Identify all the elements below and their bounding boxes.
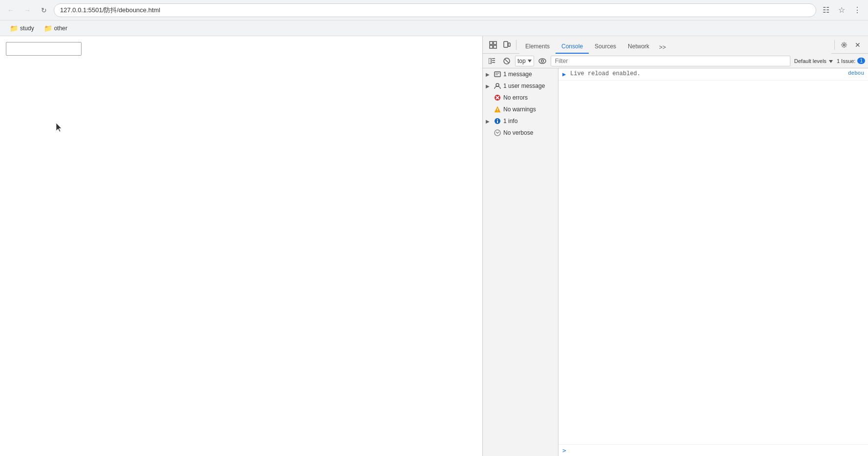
issues-text: 1 Issue:: [837, 58, 856, 64]
devtools-tabs-container: Elements Console Sources Network >>: [519, 36, 831, 54]
error-icon: [494, 94, 501, 102]
console-eye-button[interactable]: [536, 55, 549, 67]
user-messages-expand-arrow: ▶: [486, 83, 492, 89]
devtools-toolbar: Elements Console Sources Network >> ✕: [483, 36, 868, 54]
devtools-body: ▶ 1 message ▶ 1 user message: [483, 68, 868, 456]
mouse-cursor: ​: [56, 123, 64, 135]
sidebar-item-messages[interactable]: ▶ 1 message: [483, 68, 558, 80]
svg-rect-15: [495, 72, 500, 77]
log-source[interactable]: debou: [848, 70, 864, 76]
info-expand-arrow: ▶: [486, 119, 492, 124]
svg-point-26: [497, 119, 498, 120]
sidebar-item-errors[interactable]: ▶ No errors: [483, 92, 558, 104]
svg-point-23: [497, 111, 498, 112]
messages-icon: [494, 70, 501, 78]
clear-console-button[interactable]: [500, 55, 513, 67]
svg-rect-4: [504, 41, 508, 47]
context-dropdown-arrow: [528, 60, 532, 62]
warning-icon: [494, 105, 501, 113]
info-icon: [494, 117, 501, 125]
bookmark-study[interactable]: 📁 study: [6, 23, 38, 34]
address-bar-right: ☷ ☆ ⋮: [819, 3, 864, 17]
tab-network[interactable]: Network: [622, 40, 655, 54]
top-context-label: top: [517, 58, 526, 64]
messages-label: 1 message: [503, 71, 532, 78]
folder-icon-other: 📁: [44, 24, 52, 32]
sidebar-item-verbose[interactable]: ▶ No verbose: [483, 127, 558, 139]
tab-sources[interactable]: Sources: [589, 40, 622, 54]
log-entry-live-reload: ▶ Live reload enabled. debou: [558, 68, 868, 81]
verbose-label: No verbose: [503, 129, 533, 136]
console-main: ▶ Live reload enabled. debou >: [558, 68, 868, 456]
svg-point-14: [541, 60, 543, 62]
close-devtools-button[interactable]: ✕: [851, 39, 864, 51]
default-levels-button[interactable]: Default levels: [792, 58, 835, 64]
console-input-row: >: [558, 444, 868, 456]
device-toggle-button[interactable]: [500, 39, 513, 51]
warnings-label: No warnings: [503, 106, 536, 113]
browser-chrome: ← → ↻ ☷ ☆ ⋮ 📁 study 📁 other ​: [0, 0, 868, 456]
svg-point-18: [496, 83, 499, 86]
sidebar-item-user-messages[interactable]: ▶ 1 user message: [483, 80, 558, 92]
svg-point-13: [539, 59, 546, 63]
folder-icon: 📁: [10, 24, 18, 32]
back-button[interactable]: ←: [4, 3, 18, 17]
user-messages-icon: [494, 82, 501, 90]
messages-expand-arrow: ▶: [486, 72, 492, 77]
toolbar-separator-1: [516, 40, 517, 50]
toolbar-separator-2: [834, 40, 835, 50]
forward-button[interactable]: →: [21, 3, 34, 17]
page-search-input[interactable]: [6, 42, 82, 56]
address-input[interactable]: [54, 3, 816, 17]
svg-rect-7: [489, 58, 491, 64]
issues-indicator[interactable]: 1 Issue: 1: [837, 58, 865, 64]
tab-elements[interactable]: Elements: [519, 40, 556, 54]
page-content: ​: [0, 36, 482, 456]
console-filter-input[interactable]: [551, 56, 790, 66]
settings-button[interactable]: [838, 39, 850, 51]
devtools-panel: Elements Console Sources Network >> ✕: [482, 36, 868, 456]
issues-badge: 1: [857, 58, 865, 64]
log-expand-arrow[interactable]: ▶: [562, 71, 568, 78]
default-levels-arrow: [829, 60, 833, 63]
translate-icon[interactable]: ☷: [819, 3, 833, 17]
svg-point-6: [843, 44, 845, 46]
svg-rect-2: [490, 45, 493, 48]
chrome-menu-icon[interactable]: ⋮: [850, 3, 864, 17]
errors-label: No errors: [503, 94, 528, 101]
user-messages-label: 1 user message: [503, 83, 545, 89]
svg-rect-5: [508, 43, 510, 46]
svg-rect-1: [494, 41, 496, 44]
console-sidebar-toggle[interactable]: [486, 55, 498, 67]
inspect-element-button[interactable]: [487, 39, 499, 51]
console-input[interactable]: [568, 447, 864, 454]
main-area: ​ Elements Console: [0, 36, 868, 456]
bookmark-study-label: study: [20, 25, 34, 32]
svg-rect-0: [490, 41, 493, 44]
bookmark-star-icon[interactable]: ☆: [835, 3, 848, 17]
sidebar-item-warnings[interactable]: ▶ No warnings: [483, 104, 558, 115]
tab-console[interactable]: Console: [556, 40, 589, 54]
bookmark-other-label: other: [54, 25, 67, 32]
console-prompt: >: [562, 447, 566, 454]
console-secondary-toolbar: top Default levels 1 Issue: 1: [483, 54, 868, 68]
svg-rect-3: [494, 45, 496, 48]
reload-button[interactable]: ↻: [37, 3, 51, 17]
sidebar-item-info[interactable]: ▶ 1 info: [483, 115, 558, 127]
svg-line-12: [505, 59, 509, 63]
console-sidebar: ▶ 1 message ▶ 1 user message: [483, 68, 558, 456]
top-context-selector[interactable]: top: [515, 56, 534, 66]
log-text: Live reload enabled.: [570, 70, 842, 77]
address-bar: ← → ↻ ☷ ☆ ⋮: [0, 0, 868, 21]
bookmarks-bar: 📁 study 📁 other: [0, 21, 868, 36]
verbose-icon: [494, 129, 501, 137]
bookmark-other[interactable]: 📁 other: [40, 23, 71, 34]
tabs-more-button[interactable]: >>: [655, 41, 670, 54]
info-label: 1 info: [503, 118, 517, 124]
